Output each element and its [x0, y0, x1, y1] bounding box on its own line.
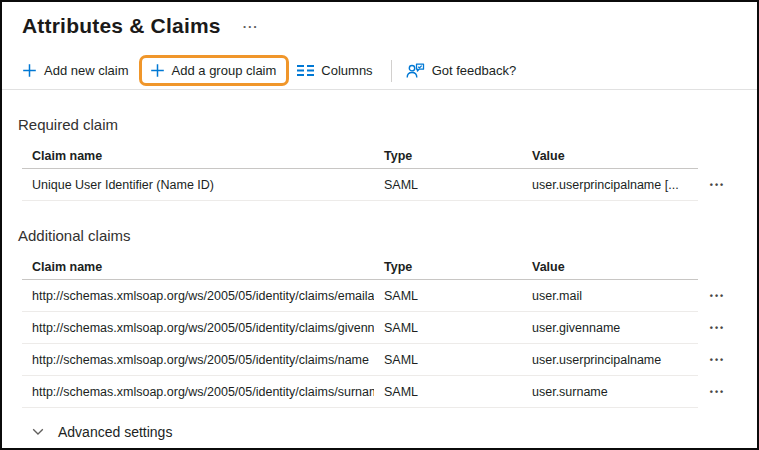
got-feedback-button[interactable]: Got feedback?	[406, 58, 525, 84]
got-feedback-label: Got feedback?	[432, 63, 517, 78]
page-title: Attributes & Claims	[22, 14, 221, 38]
claim-name-cell[interactable]: http://schemas.xmlsoap.org/ws/2005/05/id…	[22, 321, 374, 335]
claim-name-cell[interactable]: Unique User Identifier (Name ID)	[22, 178, 374, 192]
column-header-value[interactable]: Value	[522, 149, 698, 163]
plus-icon	[22, 63, 37, 78]
type-cell: SAML	[374, 321, 522, 335]
feedback-icon	[406, 63, 425, 79]
row-more-options-icon[interactable]: •••	[698, 344, 737, 376]
annotation-highlight-box: Add a group claim	[139, 55, 290, 86]
add-group-claim-label: Add a group claim	[172, 63, 277, 78]
required-claim-heading: Required claim	[18, 116, 737, 133]
row-more-options-icon[interactable]: •••	[698, 376, 737, 408]
add-new-claim-label: Add new claim	[44, 63, 129, 78]
table-row[interactable]: http://schemas.xmlsoap.org/ws/2005/05/id…	[22, 280, 737, 312]
columns-label: Columns	[321, 63, 372, 78]
row-more-options-icon[interactable]: •••	[698, 280, 737, 312]
value-cell: user.givenname	[522, 321, 698, 335]
claim-name-cell[interactable]: http://schemas.xmlsoap.org/ws/2005/05/id…	[22, 385, 374, 399]
row-more-options-icon[interactable]: •••	[698, 312, 737, 344]
column-header-value[interactable]: Value	[522, 260, 698, 274]
column-header-claim-name[interactable]: Claim name	[22, 149, 374, 163]
table-header-row: Claim name Type Value	[22, 254, 737, 280]
command-bar: Add new claim Add a group claim	[2, 52, 757, 90]
toolbar-divider	[391, 60, 392, 82]
value-cell: user.userprincipalname [...	[522, 178, 698, 192]
add-group-claim-button[interactable]: Add a group claim	[150, 61, 277, 80]
value-cell: user.surname	[522, 385, 698, 399]
claim-name-cell[interactable]: http://schemas.xmlsoap.org/ws/2005/05/id…	[22, 353, 374, 367]
type-cell: SAML	[374, 385, 522, 399]
columns-button[interactable]: Columns	[297, 58, 380, 83]
more-options-icon[interactable]: ···	[243, 19, 259, 34]
chevron-down-icon	[32, 428, 44, 436]
additional-claims-table: Claim name Type Value http://schemas.xml…	[22, 254, 737, 408]
column-header-claim-name[interactable]: Claim name	[22, 260, 374, 274]
advanced-settings-toggle[interactable]: Advanced settings	[22, 424, 737, 440]
type-cell: SAML	[374, 353, 522, 367]
table-row[interactable]: http://schemas.xmlsoap.org/ws/2005/05/id…	[22, 376, 737, 408]
add-new-claim-button[interactable]: Add new claim	[22, 58, 137, 83]
attributes-claims-pane: Attributes & Claims ··· Add new claim	[0, 0, 759, 450]
table-header-row: Claim name Type Value	[22, 143, 737, 169]
table-row[interactable]: Unique User Identifier (Name ID) SAML us…	[22, 169, 737, 201]
row-more-options-icon[interactable]: •••	[698, 169, 737, 201]
column-header-type[interactable]: Type	[374, 149, 522, 163]
plus-icon	[150, 63, 165, 78]
page-header: Attributes & Claims ···	[22, 14, 737, 38]
columns-icon	[297, 64, 314, 77]
value-cell: user.userprincipalname	[522, 353, 698, 367]
claim-name-cell[interactable]: http://schemas.xmlsoap.org/ws/2005/05/id…	[22, 289, 374, 303]
column-header-type[interactable]: Type	[374, 260, 522, 274]
value-cell: user.mail	[522, 289, 698, 303]
table-row[interactable]: http://schemas.xmlsoap.org/ws/2005/05/id…	[22, 312, 737, 344]
type-cell: SAML	[374, 289, 522, 303]
required-claim-table: Claim name Type Value Unique User Identi…	[22, 143, 737, 201]
additional-claims-heading: Additional claims	[18, 227, 737, 244]
advanced-settings-label: Advanced settings	[58, 424, 172, 440]
table-row[interactable]: http://schemas.xmlsoap.org/ws/2005/05/id…	[22, 344, 737, 376]
type-cell: SAML	[374, 178, 522, 192]
